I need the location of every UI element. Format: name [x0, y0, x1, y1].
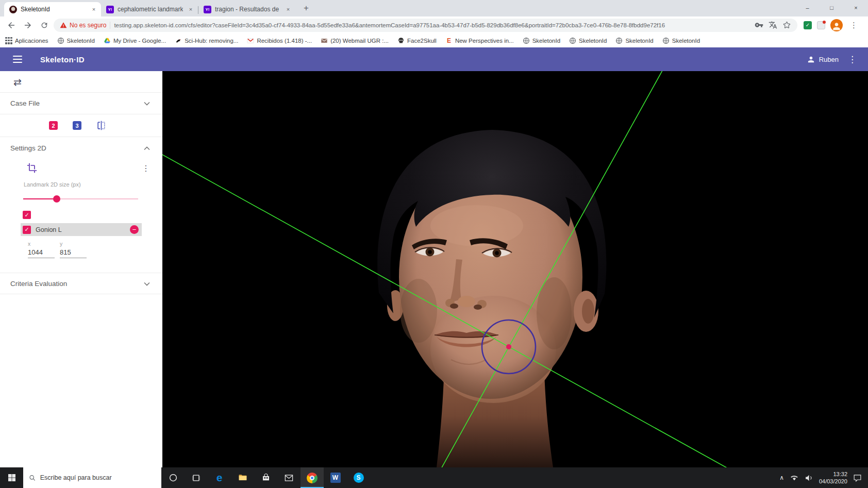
action-center-icon[interactable] — [853, 474, 862, 482]
maximize-button[interactable]: □ — [820, 0, 844, 15]
chevron-up-icon — [144, 144, 152, 152]
view-mode-row: 2 3 — [0, 114, 162, 137]
forward-button[interactable] — [21, 18, 35, 32]
extension-icon-green[interactable]: ✓ — [804, 21, 812, 29]
bookmark-scihub[interactable]: Sci-Hub: removing... — [175, 37, 238, 44]
globe-icon — [615, 37, 623, 44]
bookmark-newperspectives[interactable]: E New Perspectives in... — [445, 37, 514, 44]
landmark-checkbox[interactable]: ✓ — [23, 211, 31, 219]
bookmark-skeletonid-5[interactable]: SkeletonId — [662, 37, 700, 44]
wifi-icon[interactable] — [790, 473, 799, 482]
task-view-icon — [192, 474, 201, 482]
coord-y: y — [60, 241, 87, 258]
tab-close-icon[interactable]: × — [284, 5, 292, 13]
close-button[interactable]: × — [844, 0, 868, 15]
arrow-left-icon — [7, 21, 16, 30]
minimize-button[interactable]: – — [795, 0, 820, 15]
taskbar-app-skype[interactable]: S — [347, 467, 370, 488]
bookmark-face2skull[interactable]: Face2Skull — [397, 37, 437, 44]
app-menu-icon[interactable]: ⋮ — [848, 54, 857, 64]
globe-icon — [569, 37, 576, 44]
tab-close-icon[interactable]: × — [90, 5, 98, 13]
section-label: Case File — [10, 99, 40, 107]
bookmark-label: SkeletonId — [579, 38, 607, 44]
crop-icon[interactable] — [27, 163, 37, 173]
back-button[interactable] — [4, 18, 19, 32]
start-button[interactable] — [0, 467, 23, 488]
coord-x-label: x — [28, 241, 55, 247]
landmark-point[interactable] — [506, 344, 511, 349]
extension-icon-notify[interactable] — [817, 21, 825, 29]
yahoo-favicon: Y! — [106, 6, 114, 13]
swap-arrows-icon[interactable]: ⇄ — [13, 76, 22, 88]
taskbar-app-edge[interactable]: e — [208, 467, 231, 488]
tab-skeletonid[interactable]: SkeletonId × — [4, 2, 101, 16]
badge-2d[interactable]: 2 — [49, 121, 58, 130]
folder-icon — [238, 473, 248, 483]
bookmark-skeletonid-4[interactable]: SkeletonId — [615, 37, 653, 44]
remove-landmark-button[interactable]: − — [130, 225, 139, 234]
profile-avatar[interactable] — [830, 19, 843, 31]
taskbar-search[interactable] — [23, 467, 161, 488]
menu-hamburger-icon[interactable] — [8, 50, 27, 69]
bookmark-apps[interactable]: Aplicaciones — [5, 37, 48, 44]
coord-x-input[interactable] — [28, 247, 55, 258]
section-case-file[interactable]: Case File — [0, 93, 162, 114]
slider-thumb[interactable] — [53, 195, 60, 203]
bookmark-skeletonid-3[interactable]: SkeletonId — [569, 37, 607, 44]
omnibox-icons — [755, 21, 791, 29]
cortana-button[interactable] — [161, 467, 185, 488]
settings-tools-row: ⋮ — [0, 160, 162, 176]
flip-pages-icon[interactable] — [96, 121, 106, 130]
taskbar-search-input[interactable] — [40, 474, 156, 481]
settings-menu-icon[interactable]: ⋮ — [142, 163, 150, 173]
taskbar-app-word[interactable]: W — [324, 467, 347, 488]
reload-button[interactable] — [37, 18, 52, 32]
section-criteria-evaluation[interactable]: Criteria Evaluation — [0, 273, 162, 294]
tab-close-icon[interactable]: × — [187, 5, 195, 13]
taskbar-app-store[interactable] — [254, 467, 277, 488]
key-icon[interactable] — [755, 21, 763, 29]
landmark-row-gonion-l[interactable]: ✓ Gonion L − — [21, 223, 142, 236]
elsevier-icon: E — [445, 37, 453, 44]
browser-menu-icon[interactable]: ⋮ — [848, 21, 860, 30]
extensions-area: ✓ ⋮ — [799, 19, 864, 31]
badge-3d[interactable]: 3 — [73, 121, 81, 130]
landmark-size-slider[interactable] — [23, 195, 138, 203]
volume-icon[interactable] — [805, 474, 813, 482]
security-chip[interactable]: No es seguro — [60, 22, 106, 29]
globe-icon — [57, 37, 64, 44]
tab-title: cephalometric landmarks in obli — [118, 6, 183, 13]
page: SkeletonId × Y! cephalometric landmarks … — [0, 0, 868, 488]
tab-tragion[interactable]: Y! tragion - Resultados de Yahoo Es × — [198, 2, 295, 16]
bookmark-label: SkeletonId — [67, 38, 95, 44]
user-menu[interactable]: Ruben — [807, 55, 839, 64]
viewport-canvas[interactable] — [162, 71, 868, 467]
taskbar-clock[interactable]: 13:32 04/03/2020 — [819, 470, 847, 485]
section-settings-2d[interactable]: Settings 2D — [0, 137, 162, 159]
browser-toolbar: No es seguro testing.app.skeleton-id.com… — [0, 16, 868, 33]
taskbar-app-chrome[interactable] — [301, 467, 324, 488]
new-tab-button[interactable]: + — [299, 2, 313, 15]
tab-cephalometric[interactable]: Y! cephalometric landmarks in obli × — [101, 2, 198, 16]
bookmark-drive[interactable]: My Drive - Google... — [104, 37, 166, 44]
tray-expand-icon[interactable]: ∧ — [779, 474, 784, 481]
skeletonid-favicon — [9, 6, 17, 13]
taskbar-app-explorer[interactable] — [231, 467, 254, 488]
globe-icon — [662, 37, 670, 44]
bookmark-star-icon[interactable] — [782, 21, 791, 29]
bookmark-webmail[interactable]: (20) Webmail UGR :... — [321, 37, 389, 44]
bookmark-gmail[interactable]: Recibidos (1.418) -... — [247, 37, 312, 44]
address-bar[interactable]: No es seguro testing.app.skeleton-id.com… — [54, 19, 797, 32]
header-right: Ruben ⋮ — [807, 54, 860, 64]
arrow-right-icon — [23, 21, 32, 30]
bookmark-skeletonid-1[interactable]: SkeletonId — [57, 37, 95, 44]
taskbar-app-mail[interactable] — [277, 467, 301, 488]
bookmark-skeletonid-2[interactable]: SkeletonId — [523, 37, 560, 44]
chip-separator — [110, 22, 110, 29]
landmark-checkbox[interactable]: ✓ — [23, 226, 31, 234]
sidebar-toprow: ⇄ — [0, 71, 162, 93]
coord-y-input[interactable] — [60, 247, 87, 258]
task-view-button[interactable] — [185, 467, 208, 488]
translate-icon[interactable] — [769, 21, 777, 29]
